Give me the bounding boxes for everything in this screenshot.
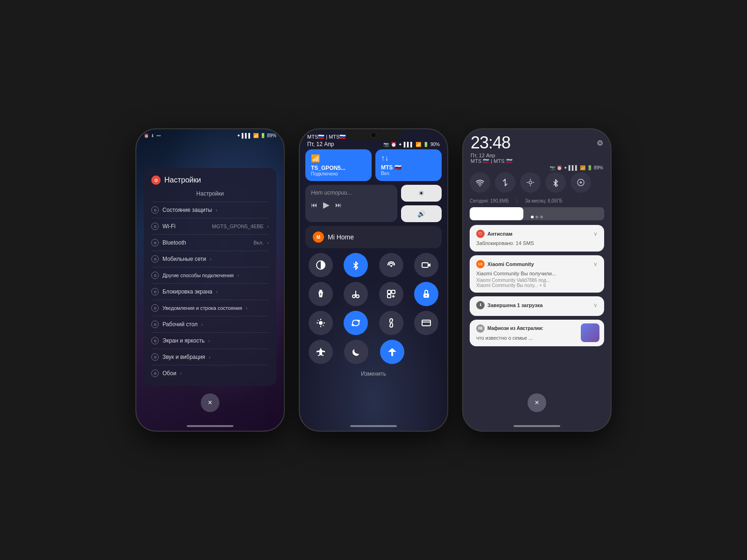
svg-rect-10 [388, 290, 391, 294]
brightness-bar[interactable] [470, 207, 604, 220]
settings-item-mobile[interactable]: ⊙ Мобильные сети › [144, 252, 276, 266]
contrast-btn[interactable] [309, 253, 333, 277]
divider [151, 267, 269, 267]
bdot-1 [531, 216, 534, 218]
notif-antispam[interactable]: 🛡 Антиспам ∨ Заблокировано: 14 SMS [470, 225, 604, 252]
date-text-2: Пт, 12 Апр [307, 141, 334, 147]
close-button-1[interactable]: × [201, 393, 219, 412]
bluetooth-value: Вкл. [254, 240, 264, 245]
wallpaper-label: Обои [162, 370, 176, 377]
bdot-3 [540, 216, 543, 218]
phone3-screen: ⚙ 23:48 Пт, 12 Апр MTS 🇷🇺 | MTS 🇷🇺 📷 ⏰ ✦… [463, 129, 611, 431]
arrow-icon: › [209, 355, 210, 360]
news-text: что известно о семье ... [476, 335, 598, 342]
settings-item-other-connections[interactable]: ⊙ Другие способы подключения › [144, 268, 276, 282]
svg-point-5 [352, 295, 355, 298]
bluetooth-setting-icon: ⊙ [151, 239, 159, 246]
airplane-btn[interactable] [309, 340, 333, 364]
location-btn[interactable] [380, 340, 404, 364]
alarm-icon-3: ⏰ [557, 165, 562, 170]
auto-brightness-btn[interactable] [309, 311, 333, 335]
nfc-payment-btn[interactable] [414, 311, 438, 335]
volume-tile[interactable]: 🔊 [401, 205, 442, 222]
moon-btn[interactable] [344, 340, 368, 364]
flashlight-btn[interactable] [309, 282, 333, 306]
data-toggle[interactable] [495, 172, 515, 193]
phone1-screen: ⏰ ⬇ ••• ✦ ▌▌▌ 📶 🔋 89% ⚙ Настройки [136, 129, 284, 431]
svg-point-31 [529, 181, 532, 184]
scissors-btn[interactable] [344, 282, 368, 306]
cc-wifi-tile[interactable]: 📶 TS_GPON5... Подключено [305, 149, 372, 181]
cc-top-tiles: 📶 TS_GPON5... Подключено ↑↓ MTS 🇷🇺 Вкл. [305, 149, 442, 181]
arrow-icon: › [268, 240, 269, 245]
settings-item-bluetooth[interactable]: ⊙ Bluetooth Вкл. › [144, 236, 276, 250]
no-history-text: Нет истории... [311, 189, 392, 196]
settings-item-desktop[interactable]: ⊙ Рабочий стол › [144, 317, 276, 331]
settings-header: ⚙ Настройки [144, 174, 276, 189]
sync-btn[interactable] [344, 311, 368, 335]
notif-download[interactable]: ⬇ Завершена 1 загрузка ∨ [470, 296, 604, 316]
cc-mts-tile[interactable]: ↑↓ MTS 🇷🇺 Вкл. [375, 149, 442, 181]
svg-rect-2 [422, 263, 428, 267]
modify-label[interactable]: Изменить [305, 369, 442, 381]
settings-item-notifications[interactable]: ⊙ Уведомления и строка состояния › [144, 301, 276, 315]
settings-item-sound[interactable]: ⊙ Звук и вибрация › [144, 350, 276, 364]
more-toggle[interactable] [571, 172, 591, 193]
arrow-icon: › [210, 257, 211, 262]
settings-item-wallpaper[interactable]: ⊙ Обои › [144, 366, 276, 380]
wifi-icon-3: 📶 [580, 165, 585, 170]
arrow-icon: › [238, 273, 239, 278]
svg-rect-12 [392, 290, 395, 294]
svg-rect-11 [388, 294, 391, 298]
settings-app-icon: ⚙ [151, 175, 161, 185]
lock-btn[interactable] [414, 282, 438, 306]
link-btn[interactable] [379, 311, 403, 335]
svg-line-8 [356, 294, 357, 295]
nfc-btn[interactable] [379, 253, 403, 277]
cc-content: 📶 TS_GPON5... Подключено ↑↓ MTS 🇷🇺 Вкл. … [300, 149, 447, 381]
media-controls: ⏮ ▶ ⏭ [311, 200, 392, 210]
brightness-tile[interactable]: ☀ [401, 185, 442, 202]
wifi-icon-1: 📶 [253, 133, 259, 138]
settings-item-wifi[interactable]: ⊙ Wi-Fi MGTS_GPON5_4EBE › [144, 219, 276, 233]
play-btn[interactable]: ▶ [323, 200, 330, 210]
bluetooth-cc-btn[interactable] [344, 253, 368, 277]
settings-item-display[interactable]: ⊙ Экран и яркость › [144, 334, 276, 348]
divider [151, 234, 269, 235]
signal-icon-1: ▌▌▌ [242, 133, 252, 138]
brightness-toggle[interactable] [520, 172, 541, 193]
prev-btn[interactable]: ⏮ [311, 201, 317, 209]
sound-icon: ⊙ [151, 353, 159, 361]
phone2-screen: MTS🇷🇺 | MTS🇷🇺 Пт, 12 Апр 📷 ⏰ ✦ ▌▌▌ 📶 🔋 9… [300, 129, 447, 431]
svg-line-22 [317, 320, 318, 321]
add-tile-btn[interactable] [379, 282, 403, 306]
download-app-icon: ⬇ [476, 301, 485, 309]
cc-mi-home[interactable]: M Mi Home [305, 226, 442, 248]
expand-download[interactable]: ∨ [593, 302, 598, 308]
expand-antispam[interactable]: ∨ [593, 231, 598, 237]
home-indicator-3 [514, 425, 560, 427]
alarm-icon: ⏰ [144, 133, 149, 138]
date-display: Пт, 12 Апр [471, 153, 603, 158]
next-btn[interactable]: ⏭ [335, 201, 342, 209]
settings-item-lockscreen[interactable]: ⊙ Блокировка экрана › [144, 285, 276, 299]
bluetooth-icon-2: ✦ [398, 142, 402, 147]
settings-item-protection[interactable]: ⊙ Состояние защиты › [144, 203, 276, 217]
phone-control-center: MTS🇷🇺 | MTS🇷🇺 Пт, 12 Апр 📷 ⏰ ✦ ▌▌▌ 📶 🔋 9… [299, 128, 448, 432]
video-btn[interactable] [414, 253, 438, 277]
wifi-toggle[interactable] [470, 172, 490, 193]
status-bar-1: ⏰ ⬇ ••• ✦ ▌▌▌ 📶 🔋 89% [136, 129, 284, 140]
expand-xiaomi[interactable]: ∨ [593, 261, 598, 267]
bluetooth-toggle[interactable] [545, 172, 566, 193]
notif-xiaomi[interactable]: MI Xiaomi Community ∨ Xiaomi Community В… [470, 255, 604, 292]
close-button-3[interactable]: × [528, 393, 546, 412]
battery-icon-2: 🔋 [423, 142, 429, 147]
divider [151, 365, 269, 365]
divider [151, 202, 269, 202]
bluetooth-icon-1: ✦ [237, 133, 240, 138]
sound-label: Звук и вибрация [162, 354, 205, 360]
other-conn-label: Другие способы подключения [162, 273, 234, 278]
notif-news[interactable]: 📰 Мафиози из Австралии: ∨ что известно о… [470, 320, 604, 346]
xiaomi-text1: Xiaomi Community Вы получили... [476, 270, 598, 277]
cc-icons-grid-3 [305, 311, 442, 335]
